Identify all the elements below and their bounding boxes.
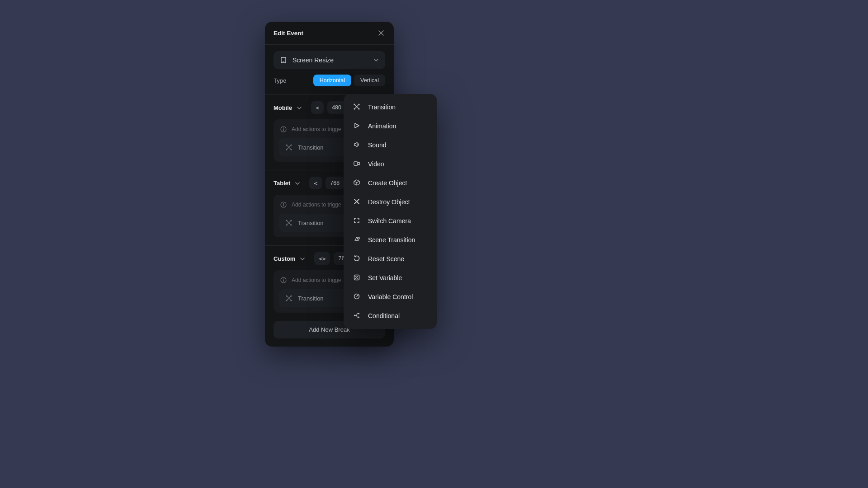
menu-item-label: Set Variable: [368, 274, 402, 282]
action-hint-text: Add actions to trigge: [292, 202, 341, 208]
info-icon: [279, 125, 288, 134]
speaker-icon: [353, 141, 362, 150]
menu-item-label: Transition: [368, 103, 396, 111]
breakpoint-operator[interactable]: <: [311, 101, 324, 114]
menu-item-label: Variable Control: [368, 293, 413, 300]
menu-item-sound[interactable]: Sound: [344, 136, 437, 155]
menu-item-conditional[interactable]: Conditional: [344, 306, 437, 325]
branch-icon: [353, 311, 362, 320]
menu-item-switch-camera[interactable]: Switch Camera: [344, 211, 437, 230]
close-button[interactable]: [377, 29, 385, 37]
cube-icon: [353, 178, 362, 188]
x-icon: [353, 197, 362, 206]
knob-icon: [353, 292, 362, 301]
menu-item-reset-scene[interactable]: Reset Scene: [344, 249, 437, 268]
type-horizontal-button[interactable]: Horizontal: [313, 75, 351, 86]
chevron-down-icon[interactable]: [299, 255, 305, 262]
panel-title: Edit Event: [274, 30, 303, 37]
menu-item-scene-transition[interactable]: Scene Transition: [344, 230, 437, 249]
breakpoint-name[interactable]: Mobile: [274, 104, 292, 111]
menu-item-animation[interactable]: Animation: [344, 117, 437, 136]
breakpoint-name[interactable]: Tablet: [274, 180, 290, 187]
menu-item-variable-control[interactable]: Variable Control: [344, 287, 437, 306]
type-segmented: Horizontal Vertical: [313, 75, 385, 86]
trigger-section: Screen Resize Type Horizontal Vertical: [265, 45, 394, 95]
menu-item-label: Create Object: [368, 179, 407, 187]
menu-item-label: Destroy Object: [368, 198, 410, 206]
breakpoint-operator[interactable]: <>: [314, 252, 330, 265]
panel-header: Edit Event: [265, 22, 394, 45]
chevron-down-icon: [373, 56, 380, 64]
transition-icon: [353, 103, 362, 112]
video-icon: [353, 160, 362, 169]
action-hint-text: Add actions to trigge: [292, 277, 341, 283]
chevron-down-icon[interactable]: [294, 180, 300, 186]
transition-icon: [284, 294, 293, 303]
transition-icon: [284, 218, 293, 227]
type-label: Type: [274, 77, 286, 84]
action-chip-label: Transition: [298, 295, 324, 302]
type-vertical-button[interactable]: Vertical: [354, 75, 385, 86]
info-icon: [279, 200, 288, 209]
action-hint-text: Add actions to trigge: [292, 126, 341, 132]
close-icon: [377, 29, 385, 37]
menu-item-video[interactable]: Video: [344, 155, 437, 174]
menu-item-label: Sound: [368, 141, 386, 149]
type-row: Type Horizontal Vertical: [274, 75, 385, 86]
trigger-select[interactable]: Screen Resize: [274, 51, 385, 69]
menu-item-create-object[interactable]: Create Object: [344, 174, 437, 192]
undo-icon: [353, 254, 362, 263]
trigger-label: Screen Resize: [292, 56, 334, 64]
menu-item-transition[interactable]: Transition: [344, 98, 437, 117]
menu-item-label: Switch Camera: [368, 217, 411, 225]
breakpoint-value[interactable]: 768: [326, 177, 344, 189]
device-icon: [279, 56, 288, 65]
fullscreen-icon: [353, 216, 362, 225]
chevron-down-icon[interactable]: [296, 104, 302, 111]
breakpoint-value[interactable]: 480: [327, 101, 346, 114]
play-icon: [353, 122, 362, 131]
info-icon: [279, 276, 288, 285]
variable-icon: [353, 273, 362, 282]
breakpoint-operator[interactable]: <: [309, 177, 322, 189]
menu-item-label: Conditional: [368, 312, 400, 319]
menu-item-label: Video: [368, 160, 384, 168]
menu-item-label: Animation: [368, 122, 396, 130]
scene-transition-icon: [353, 235, 362, 244]
breakpoint-name[interactable]: Custom: [274, 255, 295, 262]
transition-icon: [284, 143, 293, 152]
action-chip-label: Transition: [298, 220, 324, 226]
action-menu: Transition Animation Sound Video Create …: [344, 94, 437, 329]
menu-item-label: Reset Scene: [368, 255, 404, 263]
action-chip-label: Transition: [298, 144, 324, 151]
menu-item-destroy-object[interactable]: Destroy Object: [344, 192, 437, 211]
menu-item-label: Scene Transition: [368, 236, 415, 244]
menu-item-set-variable[interactable]: Set Variable: [344, 268, 437, 287]
